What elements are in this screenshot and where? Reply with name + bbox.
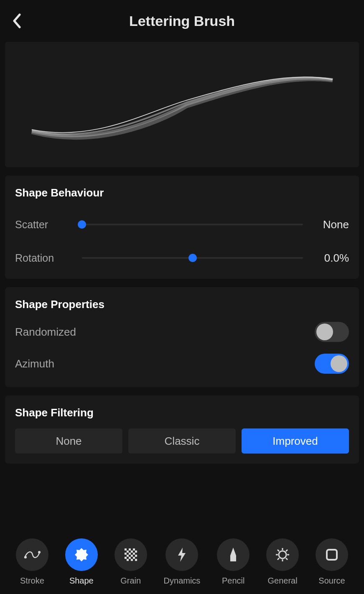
dynamics-icon (176, 546, 188, 563)
brush-preview (5, 42, 359, 167)
svg-rect-2 (125, 548, 127, 551)
pencil-icon (229, 546, 238, 563)
randomized-toggle[interactable] (315, 322, 349, 342)
svg-rect-15 (129, 557, 131, 559)
rotation-slider-thumb[interactable] (188, 254, 197, 262)
azimuth-toggle[interactable] (315, 354, 349, 374)
tab-pencil-label: Pencil (222, 576, 244, 586)
shape-properties-title: Shape Properties (15, 298, 349, 311)
svg-rect-13 (135, 555, 137, 557)
rotation-row: Rotation 0.0% (15, 250, 349, 266)
tab-source-label: Source (318, 576, 345, 586)
tab-general[interactable]: General (266, 538, 299, 586)
rotation-slider[interactable] (82, 257, 303, 259)
svg-rect-5 (127, 551, 129, 553)
grain-icon (124, 548, 138, 562)
tab-dynamics[interactable]: Dynamics (164, 538, 201, 586)
source-icon (325, 548, 339, 562)
tab-bar: Stroke Shape Grain (0, 538, 364, 586)
svg-point-20 (279, 551, 286, 558)
randomized-row: Randomized (15, 321, 349, 343)
scatter-label: Scatter (15, 219, 78, 231)
scatter-value: None (307, 218, 349, 231)
svg-rect-14 (125, 557, 127, 559)
svg-rect-7 (135, 551, 137, 553)
svg-rect-11 (127, 555, 129, 557)
svg-rect-6 (131, 551, 133, 553)
tab-pencil[interactable]: Pencil (217, 538, 249, 586)
filtering-option-none[interactable]: None (15, 428, 122, 454)
scatter-row: Scatter None (15, 216, 349, 233)
svg-rect-17 (127, 559, 129, 561)
shape-filtering-title: Shape Filtering (15, 406, 349, 419)
filtering-option-improved[interactable]: Improved (242, 428, 349, 454)
svg-rect-10 (133, 553, 135, 555)
toggle-knob-icon (316, 324, 333, 340)
shape-filtering-panel: Shape Filtering None Classic Improved (5, 395, 359, 464)
azimuth-label: Azimuth (15, 357, 54, 370)
svg-line-25 (277, 550, 279, 551)
svg-rect-18 (131, 559, 133, 561)
azimuth-row: Azimuth (15, 353, 349, 375)
page-title: Lettering Brush (8, 13, 356, 29)
svg-point-1 (38, 551, 41, 553)
svg-line-28 (277, 558, 279, 560)
toggle-knob-icon (331, 355, 347, 372)
header: Lettering Brush (0, 0, 364, 38)
general-icon (275, 547, 290, 563)
svg-rect-16 (133, 557, 135, 559)
svg-rect-12 (131, 555, 133, 557)
svg-rect-29 (327, 550, 337, 560)
svg-rect-19 (135, 559, 137, 561)
tab-stroke-label: Stroke (20, 576, 44, 586)
rotation-label: Rotation (15, 252, 78, 264)
tab-shape-label: Shape (69, 576, 94, 586)
svg-line-26 (286, 558, 288, 560)
tab-grain-label: Grain (120, 576, 141, 586)
scatter-slider[interactable] (82, 224, 303, 225)
filtering-option-classic[interactable]: Classic (128, 428, 236, 454)
scatter-slider-thumb[interactable] (78, 220, 86, 229)
rotation-value: 0.0% (307, 252, 349, 265)
svg-point-0 (24, 556, 27, 558)
tab-shape[interactable]: Shape (65, 538, 98, 586)
svg-line-27 (286, 550, 288, 551)
brush-stroke-preview-icon (19, 63, 345, 146)
shape-behaviour-panel: Shape Behaviour Scatter None Rotation 0.… (5, 176, 359, 279)
shape-behaviour-title: Shape Behaviour (15, 186, 349, 199)
tab-general-label: General (268, 576, 298, 586)
shape-icon (73, 546, 90, 563)
shape-properties-panel: Shape Properties Randomized Azimuth (5, 287, 359, 387)
stroke-icon (23, 548, 41, 561)
tab-dynamics-label: Dynamics (164, 576, 201, 586)
svg-rect-9 (129, 553, 131, 555)
svg-rect-8 (125, 553, 127, 555)
randomized-label: Randomized (15, 326, 76, 339)
svg-rect-4 (133, 548, 135, 551)
tab-grain[interactable]: Grain (115, 538, 147, 586)
tab-stroke[interactable]: Stroke (16, 538, 48, 586)
tab-source[interactable]: Source (316, 538, 348, 586)
svg-rect-3 (129, 548, 131, 551)
filtering-segmented: None Classic Improved (15, 428, 349, 454)
